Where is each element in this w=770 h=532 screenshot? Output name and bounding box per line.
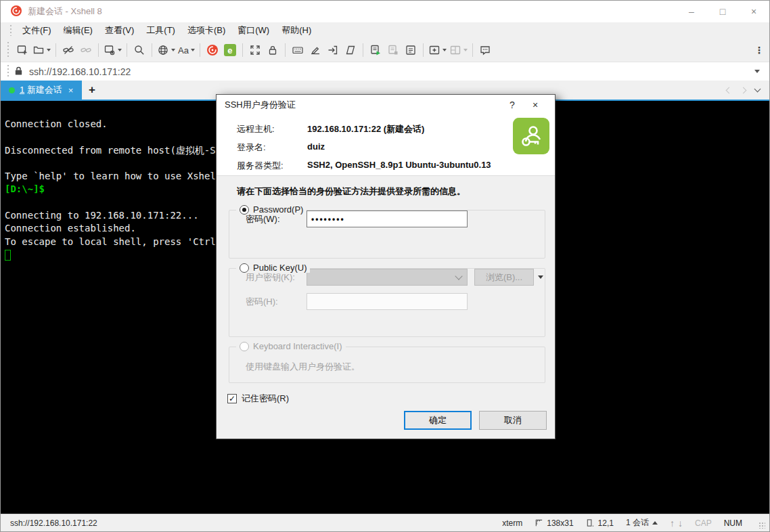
upload-arrow-icon[interactable]: ↑ [670,518,675,529]
dialog-close-button[interactable]: × [524,99,547,110]
browse-button[interactable]: 浏览(B)... [474,269,534,286]
cancel-button[interactable]: 取消 [479,411,547,430]
password-radio-label[interactable]: Password(P) [253,204,303,215]
passphrase-label: 密码(H): [246,296,307,308]
encoding-dropdown-icon[interactable] [171,49,175,51]
dialog-body: 请在下面选择恰当的身份验证方法并提供登录所需的信息。 Password(P) 密… [217,176,555,405]
remember-password-checkbox[interactable]: ✓ [227,394,237,403]
virtual-keyboard-button[interactable] [289,41,307,59]
menu-file[interactable]: 文件(F) [16,22,58,39]
session-properties-dropdown-icon[interactable] [118,49,122,51]
status-terminal-type[interactable]: xterm [502,518,522,528]
address-lock-icon [14,66,24,78]
connected-status-icon [9,87,15,93]
terminal-cursor [5,250,11,261]
address-url[interactable]: ssh://192.168.10.171:22 [29,66,754,77]
menu-tab[interactable]: 选项卡(B) [181,22,231,39]
password-radio[interactable] [240,205,249,215]
encoding-globe-button[interactable] [156,41,177,59]
user-key-select[interactable] [307,269,468,286]
ok-button[interactable]: 确定 [404,411,472,430]
passphrase-input[interactable] [307,293,468,310]
dialog-help-button[interactable]: ? [501,99,524,110]
tab-label: 1 新建会话 [20,84,62,96]
compose-pane-button[interactable] [307,41,324,59]
menubar-gripper[interactable] [10,25,14,37]
session-properties-button[interactable] [102,41,123,59]
run-script-button[interactable] [367,41,384,59]
script-editor-button[interactable] [402,41,420,59]
minimize-button[interactable]: – [676,1,707,22]
window-title: 新建会话 - Xshell 8 [28,5,102,18]
status-session-count[interactable]: 1 会话 [626,517,658,529]
remember-password-label[interactable]: 记住密码(R) [242,393,289,405]
disconnect-button[interactable] [60,41,77,59]
close-button[interactable]: × [738,1,769,22]
open-session-button[interactable] [31,41,52,59]
font-button[interactable]: Aa [177,41,196,59]
layout-dropdown-icon[interactable] [463,49,468,51]
menu-edit[interactable]: 编辑(E) [58,22,99,39]
layout-button[interactable] [448,41,469,59]
reconnect-button[interactable] [77,41,95,59]
addressbar-gripper[interactable] [7,65,11,78]
password-input[interactable] [307,210,468,227]
new-session-button[interactable] [14,41,31,59]
tab-session-1[interactable]: 1 新建会话 × [1,81,82,99]
session-list-dropdown-icon[interactable] [652,521,658,525]
new-tab-button[interactable]: + [82,81,102,99]
status-cursor-position[interactable]: 12,1 [586,518,614,528]
menu-tools[interactable]: 工具(T) [140,22,181,39]
scroll-buffer-button[interactable] [342,41,359,59]
session-count-value: 1 会话 [626,517,649,529]
public-key-radio[interactable] [240,263,249,273]
xftp-launch-button[interactable]: e [221,41,239,59]
keyboard-interactive-group: Keyboard Interactive(I) 使用键盘输入用户身份验证。 [229,347,545,383]
auth-instruction-text: 请在下面选择恰当的身份验证方法并提供登录所需的信息。 [237,185,545,198]
menu-view[interactable]: 查看(V) [99,22,140,39]
tab-scroll-right-icon[interactable] [740,87,747,93]
public-key-radio-label[interactable]: Public Key(U) [253,263,307,273]
resize-grip[interactable] [758,522,765,529]
menu-bar: 文件(F) 编辑(E) 查看(V) 工具(T) 选项卡(B) 窗口(W) 帮助(… [1,22,769,39]
user-key-select-chevron-icon [455,272,462,280]
browse-button-label: 浏览(B)... [486,271,522,284]
menu-window[interactable]: 窗口(W) [231,22,275,39]
keyboard-interactive-radio-label[interactable]: Keyboard Interactive(I) [253,341,342,351]
password-group: Password(P) 密码(W): [229,210,545,259]
toolbar-overflow-button[interactable]: ⋮ [754,39,764,62]
download-arrow-icon[interactable]: ↓ [678,518,683,529]
toolbar-gripper[interactable] [7,42,11,58]
tab-list-dropdown-icon[interactable] [754,86,761,93]
tab-scroll-left-icon[interactable] [726,87,733,93]
open-session-dropdown-icon[interactable] [47,49,51,51]
find-button[interactable] [131,41,148,59]
browse-dropdown-icon[interactable] [538,275,543,279]
font-dropdown-icon[interactable] [191,49,195,51]
feedback-button[interactable] [476,41,494,59]
keyboard-interactive-radio[interactable] [240,342,249,351]
status-terminal-size[interactable]: 138x31 [535,518,573,528]
title-bar: 新建会话 - Xshell 8 – □ × [1,1,769,22]
tab-number: 1 [20,85,24,95]
xshell-launch-button[interactable] [204,41,221,59]
maximize-button[interactable]: □ [707,1,738,22]
stop-script-button[interactable] [384,41,402,59]
font-label: Aa [178,45,189,56]
address-bar[interactable]: ssh://192.168.10.171:22 [1,62,769,81]
new-terminal-window-button[interactable] [427,41,448,59]
fullscreen-button[interactable] [246,41,264,59]
cursor-position-icon [586,518,595,527]
send-text-button[interactable] [324,41,342,59]
tab-close-icon[interactable]: × [68,85,74,95]
new-terminal-dropdown-icon[interactable] [443,49,447,51]
menu-help[interactable]: 帮助(H) [275,22,317,39]
lock-screen-button[interactable] [264,41,281,59]
tab-title: 新建会话 [27,85,62,95]
user-key-icon [513,118,549,154]
password-field-label: 密码(W): [246,213,307,225]
xftp-icon: e [224,44,236,56]
address-dropdown-icon[interactable] [754,70,760,73]
dialog-title-bar: SSH用户身份验证 ? × [217,95,555,115]
caps-lock-indicator: CAP [695,518,712,528]
